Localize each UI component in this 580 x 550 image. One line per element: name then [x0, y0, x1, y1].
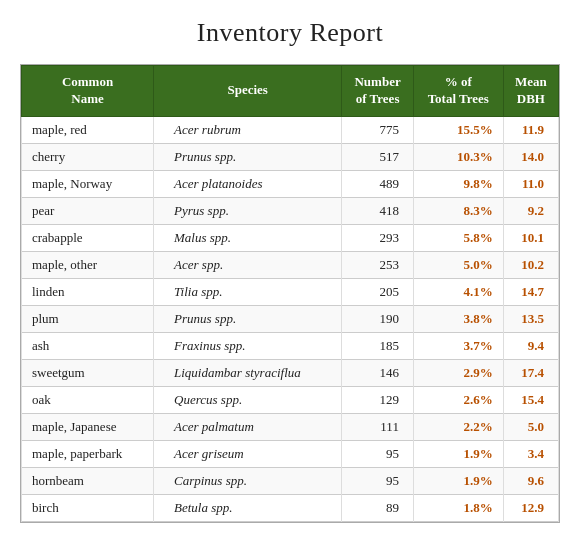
cell-pct-total: 5.0%	[413, 251, 503, 278]
cell-pct-total: 10.3%	[413, 143, 503, 170]
cell-species: Tilia spp.	[154, 278, 342, 305]
cell-pct-total: 1.9%	[413, 440, 503, 467]
cell-species: Acer griseum	[154, 440, 342, 467]
cell-pct-total: 3.8%	[413, 305, 503, 332]
cell-pct-total: 2.2%	[413, 413, 503, 440]
cell-common-name: sweetgum	[22, 359, 154, 386]
cell-species: Acer rubrum	[154, 116, 342, 143]
cell-common-name: maple, paperbark	[22, 440, 154, 467]
table-row: sweetgumLiquidambar styraciflua1462.9%17…	[22, 359, 559, 386]
cell-num-trees: 129	[342, 386, 414, 413]
cell-num-trees: 95	[342, 440, 414, 467]
header-pct-total: % ofTotal Trees	[413, 66, 503, 117]
cell-common-name: cherry	[22, 143, 154, 170]
cell-mean-dbh: 13.5	[503, 305, 558, 332]
cell-pct-total: 3.7%	[413, 332, 503, 359]
cell-species: Liquidambar styraciflua	[154, 359, 342, 386]
cell-mean-dbh: 10.1	[503, 224, 558, 251]
cell-num-trees: 205	[342, 278, 414, 305]
table-row: maple, paperbarkAcer griseum951.9%3.4	[22, 440, 559, 467]
cell-common-name: ash	[22, 332, 154, 359]
cell-num-trees: 293	[342, 224, 414, 251]
cell-common-name: crabapple	[22, 224, 154, 251]
table-row: crabappleMalus spp.2935.8%10.1	[22, 224, 559, 251]
cell-common-name: linden	[22, 278, 154, 305]
cell-num-trees: 146	[342, 359, 414, 386]
header-species: Species	[154, 66, 342, 117]
cell-pct-total: 1.8%	[413, 494, 503, 521]
table-row: hornbeamCarpinus spp.951.9%9.6	[22, 467, 559, 494]
cell-pct-total: 1.9%	[413, 467, 503, 494]
report-title: Inventory Report	[20, 18, 560, 48]
inventory-table: CommonName Species Numberof Trees % ofTo…	[21, 65, 559, 522]
cell-common-name: birch	[22, 494, 154, 521]
cell-mean-dbh: 11.0	[503, 170, 558, 197]
table-row: maple, JapaneseAcer palmatum1112.2%5.0	[22, 413, 559, 440]
header-num-trees: Numberof Trees	[342, 66, 414, 117]
cell-pct-total: 5.8%	[413, 224, 503, 251]
cell-common-name: oak	[22, 386, 154, 413]
cell-species: Carpinus spp.	[154, 467, 342, 494]
table-body: maple, redAcer rubrum77515.5%11.9cherryP…	[22, 116, 559, 521]
cell-num-trees: 775	[342, 116, 414, 143]
cell-species: Betula spp.	[154, 494, 342, 521]
table-row: birchBetula spp.891.8%12.9	[22, 494, 559, 521]
table-row: maple, otherAcer spp.2535.0%10.2	[22, 251, 559, 278]
cell-mean-dbh: 15.4	[503, 386, 558, 413]
cell-common-name: maple, Norway	[22, 170, 154, 197]
cell-common-name: hornbeam	[22, 467, 154, 494]
cell-mean-dbh: 17.4	[503, 359, 558, 386]
cell-mean-dbh: 14.7	[503, 278, 558, 305]
table-row: oakQuercus spp.1292.6%15.4	[22, 386, 559, 413]
table-row: pearPyrus spp.4188.3%9.2	[22, 197, 559, 224]
table-row: ashFraxinus spp.1853.7%9.4	[22, 332, 559, 359]
cell-species: Acer palmatum	[154, 413, 342, 440]
cell-num-trees: 253	[342, 251, 414, 278]
cell-pct-total: 4.1%	[413, 278, 503, 305]
cell-species: Prunus spp.	[154, 143, 342, 170]
cell-num-trees: 95	[342, 467, 414, 494]
cell-common-name: plum	[22, 305, 154, 332]
cell-pct-total: 2.9%	[413, 359, 503, 386]
cell-pct-total: 15.5%	[413, 116, 503, 143]
cell-mean-dbh: 9.6	[503, 467, 558, 494]
cell-mean-dbh: 14.0	[503, 143, 558, 170]
cell-common-name: maple, other	[22, 251, 154, 278]
cell-species: Pyrus spp.	[154, 197, 342, 224]
table-row: cherryPrunus spp.51710.3%14.0	[22, 143, 559, 170]
header-common-name: CommonName	[22, 66, 154, 117]
cell-mean-dbh: 5.0	[503, 413, 558, 440]
cell-common-name: maple, red	[22, 116, 154, 143]
page: Inventory Report CommonName Species Numb…	[0, 0, 580, 543]
cell-num-trees: 489	[342, 170, 414, 197]
cell-mean-dbh: 3.4	[503, 440, 558, 467]
table-header-row: CommonName Species Numberof Trees % ofTo…	[22, 66, 559, 117]
cell-mean-dbh: 9.2	[503, 197, 558, 224]
cell-species: Fraxinus spp.	[154, 332, 342, 359]
cell-species: Acer spp.	[154, 251, 342, 278]
cell-pct-total: 9.8%	[413, 170, 503, 197]
cell-common-name: pear	[22, 197, 154, 224]
cell-mean-dbh: 9.4	[503, 332, 558, 359]
table-row: maple, NorwayAcer platanoides4899.8%11.0	[22, 170, 559, 197]
cell-species: Quercus spp.	[154, 386, 342, 413]
cell-num-trees: 89	[342, 494, 414, 521]
header-mean-dbh: MeanDBH	[503, 66, 558, 117]
cell-species: Prunus spp.	[154, 305, 342, 332]
table-row: maple, redAcer rubrum77515.5%11.9	[22, 116, 559, 143]
cell-pct-total: 8.3%	[413, 197, 503, 224]
table-row: plumPrunus spp.1903.8%13.5	[22, 305, 559, 332]
cell-num-trees: 517	[342, 143, 414, 170]
cell-mean-dbh: 12.9	[503, 494, 558, 521]
cell-mean-dbh: 11.9	[503, 116, 558, 143]
cell-species: Acer platanoides	[154, 170, 342, 197]
cell-num-trees: 185	[342, 332, 414, 359]
cell-species: Malus spp.	[154, 224, 342, 251]
cell-mean-dbh: 10.2	[503, 251, 558, 278]
cell-num-trees: 190	[342, 305, 414, 332]
cell-common-name: maple, Japanese	[22, 413, 154, 440]
cell-pct-total: 2.6%	[413, 386, 503, 413]
cell-num-trees: 111	[342, 413, 414, 440]
cell-num-trees: 418	[342, 197, 414, 224]
table-row: lindenTilia spp.2054.1%14.7	[22, 278, 559, 305]
